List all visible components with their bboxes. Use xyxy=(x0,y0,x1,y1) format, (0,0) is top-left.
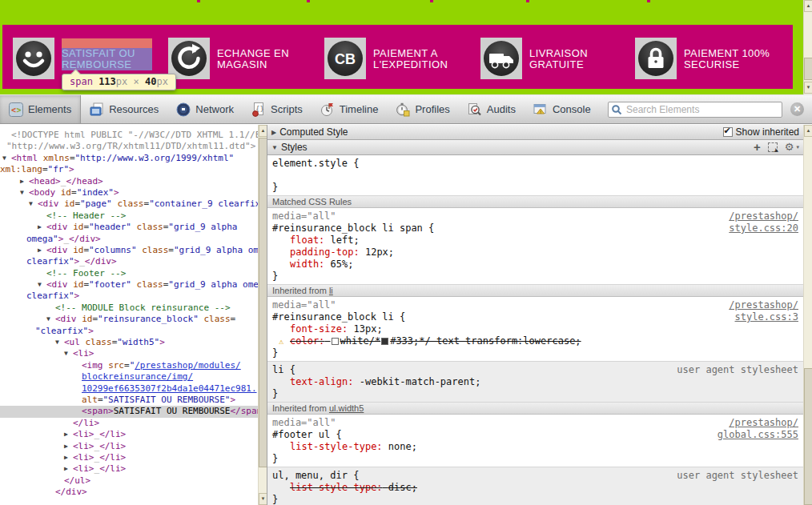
dom-tree-line[interactable]: <!-- Header --> xyxy=(0,210,258,222)
stylesheet-link-part[interactable]: /prestashop/ xyxy=(729,299,798,311)
stylesheet-link-part[interactable]: style.css:20 xyxy=(729,222,798,234)
expand-arrow-icon[interactable]: ▶ xyxy=(64,441,68,452)
dom-lnk-segment[interactable]: /prestashop/modules/ xyxy=(135,360,240,371)
dom-tree-line[interactable]: ▶<li>_</li> xyxy=(0,463,258,475)
section-collapse-icon[interactable]: ▼ xyxy=(271,144,278,151)
new-style-rule-icon[interactable]: + xyxy=(754,142,761,153)
css-property[interactable]: float: left; xyxy=(272,234,798,246)
show-inherited-checkbox[interactable] xyxy=(723,127,733,137)
tab-timeline[interactable]: Timeline xyxy=(312,95,388,123)
collapse-arrow-icon[interactable]: ▼ xyxy=(2,153,6,164)
dom-tree-line[interactable]: ▼<div id="page" class="container_9 clear… xyxy=(0,198,258,210)
banner-item[interactable]: PAIEMENT 100% SECURISE xyxy=(635,25,787,89)
css-property-name[interactable]: list-style-type: xyxy=(290,441,383,452)
dom-tree-line[interactable]: ▶<li>_</li> xyxy=(0,441,258,452)
dom-tree-line[interactable]: ▼<body id="index"> xyxy=(0,187,258,198)
dom-tree-line[interactable]: 10299ef6635307f2b4da1e04471ec981. xyxy=(0,383,258,395)
css-selector[interactable]: element.style { xyxy=(272,158,798,170)
expand-arrow-icon[interactable]: ▶ xyxy=(64,463,68,475)
collapse-arrow-icon[interactable]: ▼ xyxy=(55,337,59,348)
section-expand-icon[interactable]: ▶ xyxy=(271,129,276,136)
stylesheet-link-part[interactable]: global.css:555 xyxy=(718,429,798,440)
dom-tree-line[interactable]: ▶<head>_</head> xyxy=(0,176,258,187)
dom-tree-line[interactable]: </li> xyxy=(0,418,258,429)
css-property-value[interactable]: left; xyxy=(331,234,360,246)
stylesheet-source-link[interactable]: /prestashop/global.css:555 xyxy=(718,417,798,441)
css-property-name[interactable]: font-size: xyxy=(290,323,348,335)
styles-section-header-computed-style[interactable]: ▶Computed StyleShow inherited xyxy=(267,125,803,140)
expand-arrow-icon[interactable]: ▶ xyxy=(38,222,42,233)
css-selector[interactable]: #reinsurance_block li { xyxy=(272,311,798,323)
empty-declaration-area[interactable] xyxy=(272,170,798,182)
stylesheet-link-part[interactable]: style.css:3 xyxy=(735,311,798,323)
css-property-name[interactable]: text-align: xyxy=(290,376,353,387)
gear-dropdown-icon[interactable]: ▾ xyxy=(796,144,799,150)
dom-tree-line[interactable]: <!DOCTYPE html PUBLIC "-//W3C//DTD XHTML… xyxy=(0,130,258,141)
toggle-element-state-icon[interactable] xyxy=(768,142,778,152)
dom-tree-line-selected[interactable]: <span>SATISFAIT OU REMBOURSE</span> xyxy=(0,406,258,417)
css-property-name[interactable]: list-style-type: xyxy=(290,482,383,493)
dom-tree-line[interactable]: ▼<div id="footer" class="grid_9 alpha om… xyxy=(0,279,258,291)
search-input[interactable] xyxy=(608,102,782,118)
collapse-arrow-icon[interactable]: ▼ xyxy=(20,187,24,198)
css-property[interactable]: list-style-type: disc; xyxy=(272,482,798,494)
stylesheet-source-link[interactable]: /prestashop/style.css:3 xyxy=(729,299,798,323)
color-swatch[interactable] xyxy=(332,338,339,345)
dom-tree-line[interactable]: xml:lang="fr"> xyxy=(0,164,258,175)
banner-item[interactable]: SATISFAIT OU REMBOURSE xyxy=(13,25,165,89)
css-property-value[interactable]: 65%; xyxy=(331,259,354,270)
css-property-value[interactable]: disc; xyxy=(388,482,417,493)
show-inherited-checkbox-group[interactable]: Show inherited xyxy=(723,126,799,138)
inherited-node-link[interactable]: li xyxy=(329,286,333,295)
css-property[interactable]: font-size: 13px; xyxy=(272,323,798,335)
css-property-name[interactable]: padding-top: xyxy=(290,246,360,258)
dom-tree-line[interactable]: alt="SATISFAIT OU REMBOURSE"> xyxy=(0,395,258,406)
css-property-name[interactable]: float: xyxy=(290,234,324,246)
styles-section-header-styles[interactable]: ▼Styles+⚙▾ xyxy=(267,140,803,155)
css-property-value[interactable]: #333;*/ text-transform:lowercase; xyxy=(390,335,581,347)
dom-tree-line[interactable]: blockreinsurance/img/ xyxy=(0,371,258,383)
styles-scrollbar-thumb[interactable] xyxy=(804,368,812,505)
dom-tree-line[interactable]: </ul> xyxy=(0,475,258,487)
expand-arrow-icon[interactable]: ▶ xyxy=(64,452,68,463)
dom-tree-line[interactable]: <img src="/prestashop/modules/ xyxy=(0,360,258,371)
css-property-value[interactable]: 12px; xyxy=(365,246,394,258)
gear-icon[interactable]: ⚙ xyxy=(785,142,794,153)
dom-tree-line[interactable]: ▶<li>_</li> xyxy=(0,429,258,440)
dom-tree-line[interactable]: omega">_</div> xyxy=(0,234,258,245)
tab-console[interactable]: !Console xyxy=(525,95,600,123)
inherited-node-link[interactable]: ul.width5 xyxy=(329,403,364,413)
css-property-name[interactable]: width: xyxy=(290,259,324,270)
page-scrollbar-thumb[interactable] xyxy=(804,58,812,80)
dom-lnk-segment[interactable]: 10299ef6635307f2b4da1e04471ec981. xyxy=(82,383,257,394)
dom-tree-line[interactable]: ▼<li> xyxy=(0,348,258,359)
page-scrollbar-down-button[interactable]: ▼ xyxy=(804,82,812,94)
expand-arrow-icon[interactable]: ▶ xyxy=(38,245,42,256)
dom-tree-line[interactable]: ▼<html xmlns="http://www.w3.org/1999/xht… xyxy=(0,153,258,164)
banner-item[interactable]: LIVRAISON GRATUITE xyxy=(480,25,633,89)
collapse-arrow-icon[interactable]: ▼ xyxy=(29,198,33,210)
css-property[interactable]: ⚠color: white/*#333;*/ text-transform:lo… xyxy=(272,335,798,347)
dom-tree-line[interactable]: <!-- MODULE Block reinsurance --> xyxy=(0,303,258,314)
page-scrollbar-up-button[interactable]: ▲ xyxy=(804,0,812,12)
dom-tree-line[interactable]: "http://www.w3.org/TR/xhtml11/DTD/xhtml1… xyxy=(0,141,258,152)
css-property-value[interactable]: white/* xyxy=(340,335,381,347)
css-property[interactable]: padding-top: 12px; xyxy=(272,246,798,259)
tab-audits[interactable]: Audits xyxy=(459,95,525,123)
dom-tree-line[interactable]: </div> xyxy=(0,487,258,498)
tab-resources[interactable]: Resources xyxy=(81,95,167,123)
collapse-arrow-icon[interactable]: ▼ xyxy=(46,314,50,325)
banner-item[interactable]: ECHANGE EN MAGASIN xyxy=(168,25,320,89)
stylesheet-source-link[interactable]: /prestashop/style.css:20 xyxy=(729,210,798,234)
expand-arrow-icon[interactable]: ▶ xyxy=(64,429,68,440)
styles-scrollbar-up-button[interactable]: ▲ xyxy=(804,125,812,137)
css-property-value[interactable]: 13px; xyxy=(353,323,382,335)
dom-tree-line[interactable]: clearfix"> xyxy=(0,291,258,302)
color-swatch[interactable] xyxy=(381,338,388,345)
dom-lnk-segment[interactable]: blockreinsurance/img/ xyxy=(82,371,193,382)
css-property-value[interactable]: none; xyxy=(388,441,417,452)
dom-tree-line[interactable]: ▼<div id="reinsurance_block" class= xyxy=(0,314,258,325)
css-property[interactable]: text-align: -webkit-match-parent; xyxy=(272,376,798,388)
tab-scripts[interactable]: {}Scripts xyxy=(243,95,312,123)
stylesheet-link-part[interactable]: /prestashop/ xyxy=(729,210,798,222)
